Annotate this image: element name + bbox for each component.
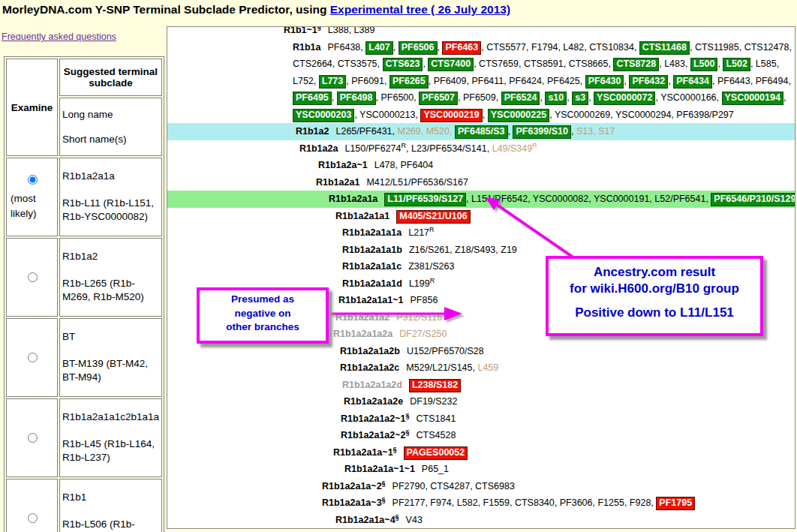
tree-row: R1b1a2a1a~1§PAGES00052 bbox=[167, 444, 795, 461]
snp-marker: PF6524 bbox=[501, 92, 540, 105]
snp-marker: PF6443 bbox=[717, 76, 750, 86]
snp-marker: YSC0000194 bbox=[722, 92, 783, 105]
snp-marker: CTS5577 bbox=[486, 42, 526, 53]
snp-marker: PF6424 bbox=[509, 76, 542, 86]
snp-marker: CTS8340 bbox=[515, 497, 555, 508]
snp-marker: YSC0000294 bbox=[615, 110, 671, 120]
snp-marker: L478 bbox=[374, 160, 395, 170]
snp-marker: M405/S21/U106 bbox=[396, 210, 470, 224]
snp-marker: Z16/S261 bbox=[409, 245, 450, 255]
clade-label: R1b1a2a1a2c bbox=[340, 362, 399, 373]
clade-label: R1b1~1§ bbox=[284, 26, 321, 35]
table-row: (most likely)R1b1a2a1aR1b-L11 (R1b-L151,… bbox=[6, 158, 162, 236]
snp-marker: PF6430 bbox=[585, 75, 624, 89]
snp-marker: YSC0000191 bbox=[594, 194, 649, 204]
snp-marker: PF6411 bbox=[471, 76, 504, 86]
experimental-tree-link[interactable]: Experimental tree ( 26 July 2013) bbox=[330, 3, 510, 16]
table-row: BTBT-M139 (BT-M42, BT-M94) bbox=[6, 318, 162, 397]
snp-marker: CTS10834 bbox=[589, 42, 634, 53]
tree-row: R1b1aPF6438, L407, PF6506, PF6463, CTS55… bbox=[167, 39, 795, 124]
tree-row: R1b1a2a1a2bU152/PF6570/S28 bbox=[167, 343, 795, 360]
clade-label: R1b1a2a1a~3§ bbox=[322, 497, 386, 508]
snp-marker: YSC0000072 bbox=[594, 92, 655, 105]
long-name: BT bbox=[62, 331, 159, 342]
clade-label: R1b1a2a bbox=[299, 143, 338, 154]
snp-marker: CTS8591 bbox=[524, 59, 564, 69]
clade-label: R1b1a2a1a bbox=[329, 194, 377, 204]
snp-marker: CTS11468 bbox=[639, 41, 690, 55]
most-likely-note: (most likely) bbox=[9, 191, 55, 221]
snp-marker: PF3606 bbox=[560, 497, 593, 508]
snp-marker: PF6398/P297 bbox=[676, 110, 733, 120]
tree-row: R1b1a2a1a2~2§CTS4528 bbox=[167, 427, 795, 444]
snp-marker: P65_1 bbox=[422, 464, 449, 474]
suggested-subclade-header: Suggested terminal subclade bbox=[59, 59, 162, 96]
clade-label: R1b1a2a1a2a bbox=[333, 329, 392, 339]
snp-marker: CTS3575 bbox=[338, 59, 377, 69]
snp-marker: PF6495 bbox=[293, 92, 332, 105]
tree-row: R1b1a2a~1L478, PF6404 bbox=[167, 157, 795, 174]
snp-marker: YSC0000166 bbox=[660, 92, 716, 103]
snp-marker: PF6463 bbox=[442, 41, 481, 55]
snp-marker: PF6500 bbox=[380, 92, 414, 103]
subclade-cell: BTBT-M139 (BT-M42, BT-M94) bbox=[59, 318, 162, 397]
snp-marker: PF1795 bbox=[656, 497, 695, 510]
tree-row: R1b1a2a1a~3§PF2177, F974, L582, F1559, C… bbox=[167, 494, 795, 512]
examine-cell: (most likely) bbox=[6, 158, 58, 236]
examine-radio[interactable] bbox=[28, 353, 38, 362]
snp-marker: PF6498 bbox=[337, 92, 376, 105]
snp-marker: M269 bbox=[398, 126, 421, 137]
snp-marker: PF6509 bbox=[463, 92, 496, 103]
callout-line: for wiki.H600.org/B10 group bbox=[549, 281, 760, 297]
snp-marker: PF6409 bbox=[434, 76, 467, 86]
snp-marker: L773 bbox=[319, 75, 347, 89]
tree-row: R1b1a2a1a2dL238/S182 bbox=[167, 377, 795, 394]
snp-marker: L752 bbox=[293, 76, 314, 86]
snp-marker: L49/S349R bbox=[492, 143, 537, 154]
snp-marker: V43 bbox=[406, 515, 423, 525]
examine-radio[interactable] bbox=[28, 175, 38, 185]
snp-marker: L482 bbox=[563, 42, 584, 53]
short-names: R1b-L506 (R1b-L278, R1b-M415) bbox=[62, 518, 159, 532]
clade-label: R1b1a2a1a1c bbox=[342, 261, 402, 272]
callout-line: negative on bbox=[200, 307, 326, 321]
table-row: R1b1a2a1a1c2b1a1aR1b-L45 (R1b-L164, R1b-… bbox=[6, 398, 162, 477]
clade-label: R1b1a2a1a1a bbox=[342, 227, 402, 238]
clade-label: R1b1a2a1a2~1§ bbox=[341, 413, 410, 424]
clade-label: R1b1a2a1a2e bbox=[344, 396, 403, 407]
snp-marker: CTS8665 bbox=[569, 59, 609, 69]
snp-marker: M529/L21/S145 bbox=[406, 362, 472, 373]
snp-marker: PF6546/P310/S129 bbox=[711, 193, 795, 206]
clade-label: R1b1a2a1a2~2§ bbox=[341, 430, 410, 440]
snp-marker: L502 bbox=[723, 58, 750, 71]
snp-marker: PF6265 bbox=[389, 75, 429, 89]
callout-line: Ancestry.com result bbox=[549, 264, 760, 281]
long-name: R1b1a2a1a1c2b1a1a bbox=[62, 411, 159, 422]
short-names: BT-M139 (BT-M42, BT-M94) bbox=[62, 357, 159, 383]
callout-line: other branches bbox=[200, 320, 326, 335]
snp-marker: L459 bbox=[477, 362, 498, 373]
snp-marker: L389 bbox=[354, 26, 375, 35]
table-row: R1b1a2R1b-L265 (R1b-M269, R1b-M520) bbox=[6, 238, 162, 317]
faq-link[interactable]: Frequently asked questions bbox=[2, 32, 116, 42]
snp-marker: M520 bbox=[426, 126, 450, 137]
subclade-cell: R1b1a2a1aR1b-L11 (R1b-L151, R1b-YSC00000… bbox=[59, 158, 162, 236]
examine-cell bbox=[6, 479, 58, 532]
snp-marker: L199R bbox=[409, 278, 435, 289]
table-row: R1b1R1b-L506 (R1b-L278, R1b-M415) bbox=[6, 479, 162, 532]
clade-label: R1b1a2a1a2d bbox=[342, 380, 402, 390]
examine-radio[interactable] bbox=[28, 513, 38, 523]
short-names: R1b-L265 (R1b-M269, R1b-M520) bbox=[62, 277, 159, 303]
examine-radio[interactable] bbox=[28, 272, 38, 282]
examine-cell bbox=[6, 318, 58, 397]
snp-marker: YSC0000219 bbox=[420, 109, 482, 122]
snp-marker: YSC0000269 bbox=[555, 110, 610, 120]
snp-marker: s10 bbox=[545, 92, 567, 105]
snp-marker: Z381/S263 bbox=[408, 261, 454, 272]
tree-row: R1b1a2aL150/PF6274R, L23/PF6534/S141, L4… bbox=[167, 140, 795, 158]
short-names: R1b-L45 (R1b-L164, R1b-L237) bbox=[62, 437, 159, 464]
long-name: R1b1a2 bbox=[62, 251, 159, 262]
examine-radio[interactable] bbox=[28, 433, 38, 443]
long-name: R1b1 bbox=[62, 491, 159, 503]
snp-marker: F1255 bbox=[597, 497, 624, 508]
